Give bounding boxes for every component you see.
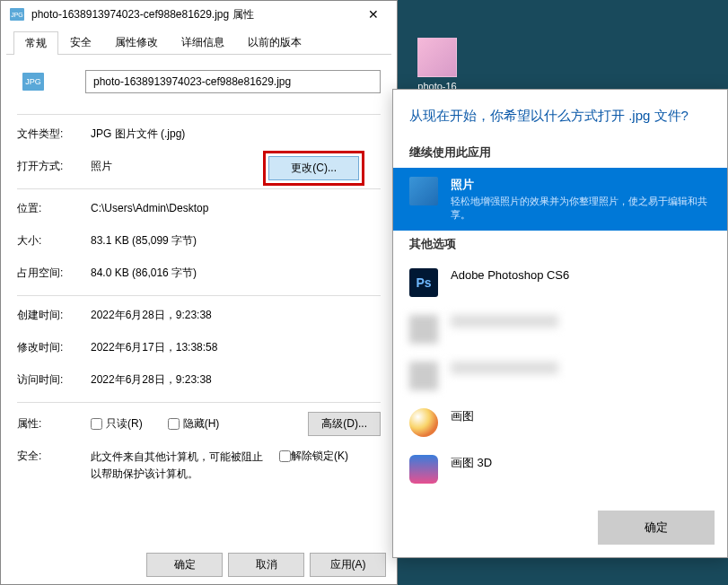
desktop-icon-thumbnail <box>417 38 457 77</box>
readonly-checkbox[interactable]: 只读(R) <box>91 416 143 432</box>
modified-label: 修改时间: <box>17 340 91 355</box>
tab-details[interactable]: 详细信息 <box>170 31 236 54</box>
app-item-paint[interactable]: 画图 <box>393 399 727 446</box>
open-with-value: 照片 <box>91 159 112 174</box>
tab-previous-versions[interactable]: 以前的版本 <box>236 31 313 54</box>
window-title: photo-1638913974023-cef988e81629.jpg 属性 <box>30 7 354 22</box>
paint-icon <box>409 408 438 437</box>
app-name: 画图 3D <box>451 455 492 471</box>
app-icon-blurred <box>409 315 438 344</box>
change-button-highlight: 更改(C)... <box>263 151 364 186</box>
security-label: 安全: <box>17 449 91 464</box>
app-item-photos[interactable]: 照片 轻松地增强照片的效果并为你整理照片，使之易于编辑和共享。 <box>393 168 727 231</box>
properties-content: JPG 文件类型: JPG 图片文件 (.jpg) 打开方式: 照片 更改(C)… <box>1 55 397 506</box>
dialog-buttons: 确定 取消 应用(A) <box>146 553 386 577</box>
size-on-disk-label: 占用空间: <box>17 266 91 281</box>
file-type-icon: JPG <box>17 65 49 98</box>
app-item-blurred[interactable]: hidden <box>393 306 727 353</box>
change-button[interactable]: 更改(C)... <box>268 156 359 180</box>
accessed-label: 访问时间: <box>17 372 91 388</box>
app-icon-blurred <box>409 362 438 390</box>
paint3d-icon <box>409 455 438 484</box>
tab-security[interactable]: 安全 <box>58 31 103 54</box>
accessed-value: 2022年6月28日，9:23:38 <box>91 372 212 388</box>
hidden-label: 隐藏(H) <box>183 416 220 432</box>
app-item-paint3d[interactable]: 画图 3D <box>393 446 727 493</box>
modified-value: 2022年6月17日，13:38:58 <box>91 340 217 355</box>
apply-button[interactable]: 应用(A) <box>310 553 386 577</box>
filename-input[interactable] <box>85 70 381 93</box>
open-with-title: 从现在开始，你希望以什么方式打开 .jpg 文件? <box>393 90 727 139</box>
app-name-blurred: hidden <box>451 362 558 374</box>
hidden-checkbox[interactable]: 隐藏(H) <box>168 416 220 432</box>
app-item-blurred[interactable]: hidden <box>393 353 727 399</box>
close-icon[interactable]: ✕ <box>354 2 393 27</box>
tab-attribute-modify[interactable]: 属性修改 <box>103 31 170 54</box>
size-on-disk-value: 84.0 KB (86,016 字节) <box>91 266 197 281</box>
readonly-label: 只读(R) <box>106 416 143 432</box>
titlebar[interactable]: JPG photo-1638913974023-cef988e81629.jpg… <box>1 1 397 28</box>
app-name: 照片 <box>451 177 711 193</box>
advanced-button[interactable]: 高级(D)... <box>308 412 381 436</box>
file-type-label: 文件类型: <box>17 127 91 142</box>
attributes-label: 属性: <box>17 416 91 432</box>
open-with-label: 打开方式: <box>17 159 91 174</box>
cancel-button[interactable]: 取消 <box>228 553 304 577</box>
app-item-photoshop[interactable]: Ps Adobe Photoshop CS6 <box>393 259 727 306</box>
open-with-panel: 从现在开始，你希望以什么方式打开 .jpg 文件? 继续使用此应用 照片 轻松地… <box>392 89 728 558</box>
security-text: 此文件来自其他计算机，可能被阻止以帮助保护该计算机。 <box>91 449 270 483</box>
location-value: C:\Users\Admin\Desktop <box>91 202 208 214</box>
app-name: Adobe Photoshop CS6 <box>451 268 569 282</box>
size-label: 大小: <box>17 233 91 249</box>
app-name: 画图 <box>451 408 474 424</box>
properties-dialog: JPG photo-1638913974023-cef988e81629.jpg… <box>0 0 398 585</box>
created-value: 2022年6月28日，9:23:38 <box>91 308 212 323</box>
continue-using-label: 继续使用此应用 <box>393 139 727 168</box>
app-desc: 轻松地增强照片的效果并为你整理照片，使之易于编辑和共享。 <box>451 195 711 223</box>
file-type-value: JPG 图片文件 (.jpg) <box>91 127 185 142</box>
location-label: 位置: <box>17 201 91 216</box>
tab-general[interactable]: 常规 <box>13 31 58 55</box>
ok-button[interactable]: 确定 <box>146 553 223 577</box>
unblock-checkbox[interactable]: 解除锁定(K) <box>279 449 348 464</box>
unblock-label: 解除锁定(K) <box>291 449 348 464</box>
photoshop-icon: Ps <box>409 268 438 297</box>
photos-icon <box>409 177 438 205</box>
created-label: 创建时间: <box>17 308 91 323</box>
tabstrip: 常规 安全 属性修改 详细信息 以前的版本 <box>6 28 391 55</box>
desktop-icon[interactable]: photo-16 <box>406 38 469 92</box>
file-type-icon: JPG <box>10 7 24 22</box>
open-with-ok-button[interactable]: 确定 <box>598 511 715 545</box>
size-value: 83.1 KB (85,099 字节) <box>91 233 197 249</box>
other-options-label: 其他选项 <box>393 231 727 259</box>
app-name-blurred: hidden <box>451 315 558 327</box>
